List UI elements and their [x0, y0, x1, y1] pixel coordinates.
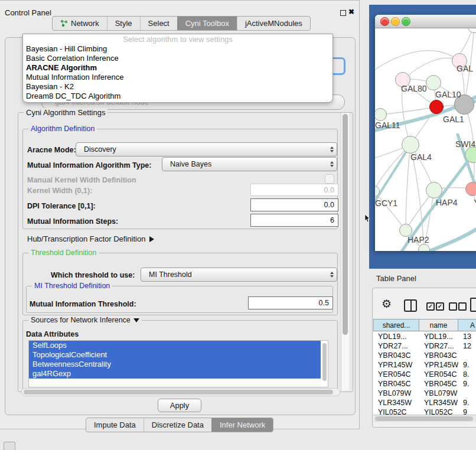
attribute-item-selected[interactable]: gal4RGexp — [29, 369, 321, 379]
algorithm-option[interactable]: Dream8 DC_TDC Algorithm — [23, 92, 332, 101]
mi-steps-label: Mutual Information Steps: — [27, 217, 118, 226]
tab-style-label: Style — [115, 19, 132, 28]
gear-icon[interactable]: ⚙ — [382, 297, 392, 311]
kernel-width-label: Kernel Width (0,1): — [27, 187, 92, 195]
mi-threshold-field[interactable]: 0.5 — [248, 296, 333, 309]
algorithm-dropdown-popup: Select algorithm to view settings Bayesi… — [22, 34, 333, 103]
columns-icon[interactable] — [404, 299, 417, 312]
tab-network-label: Network — [71, 19, 99, 28]
table-row[interactable]: YLR345WYLR345W9. — [373, 398, 476, 407]
chevron-up-down-icon — [330, 158, 334, 171]
table-row[interactable]: YBR043CYBR043C — [373, 351, 476, 360]
column-header-name[interactable]: name — [419, 319, 458, 331]
attribute-item-selected[interactable]: TopologicalCoefficient — [29, 350, 321, 360]
algorithm-definition-legend: Algorithm Definition — [28, 125, 97, 133]
tab-select-label: Select — [148, 19, 169, 28]
tab-impute-data[interactable]: Impute Data — [86, 418, 144, 432]
settings-vertical-scrollbar[interactable] — [341, 113, 349, 390]
close-icon[interactable]: ✖ — [348, 8, 354, 16]
kernel-width-field[interactable]: 0.0 — [250, 184, 338, 196]
dpi-tolerance-field[interactable]: 0.0 — [250, 198, 338, 211]
tab-impute-data-label: Impute Data — [94, 420, 136, 429]
network-node-gal10[interactable] — [426, 75, 441, 90]
tab-infer-network-label: Infer Network — [220, 420, 265, 429]
table-row[interactable]: YPR145WYPR145W9. — [373, 360, 476, 370]
network-node-gal4[interactable] — [402, 136, 419, 154]
attributes-scrollbar-thumb[interactable] — [322, 343, 327, 381]
algorithm-popup-prompt: Select algorithm to view settings — [23, 34, 332, 44]
network-window-titlebar[interactable] — [375, 15, 476, 28]
document-icon[interactable] — [470, 298, 476, 312]
algorithm-option[interactable]: Bayesian - K2 — [23, 82, 332, 92]
tab-infer-network[interactable]: Infer Network — [211, 418, 273, 432]
attribute-item-selected[interactable]: SelfLoops — [29, 341, 321, 350]
network-window: GAL GAL80 GAL10 GAL1 GAL11 SWI4 GAL4 GCY… — [375, 15, 476, 251]
table-row[interactable]: YDL19...YDL19...13 — [373, 332, 476, 341]
algorithm-option[interactable]: Basic Correlation Inference — [23, 54, 332, 63]
column-header-shared[interactable]: shared... — [373, 319, 419, 331]
table-row[interactable]: YIL052CYIL052C9 — [373, 407, 476, 415]
tab-select[interactable]: Select — [140, 17, 177, 30]
checked-checkbox-icon[interactable]: ✓ — [436, 302, 444, 311]
mi-type-combo[interactable]: Naive Bayes — [162, 157, 337, 171]
float-window-icon[interactable] — [340, 10, 346, 16]
network-tab-icon — [60, 19, 68, 27]
expanded-arrow-icon[interactable] — [133, 318, 139, 322]
threshold-definition-legend: Threshold Definition — [28, 249, 99, 257]
algorithm-option[interactable]: Mutual Information Inference — [23, 73, 332, 82]
data-attributes-label: Data Attributes — [26, 330, 79, 338]
network-canvas[interactable]: GAL GAL80 GAL10 GAL1 GAL11 SWI4 GAL4 GCY… — [375, 28, 476, 251]
table-horizontal-scrollbar-thumb[interactable] — [375, 416, 473, 421]
hub-tf-definition-label: Hub/Transcription Factor Definition — [27, 234, 145, 243]
close-traffic-light-icon[interactable] — [380, 17, 389, 26]
mi-threshold-label: Mutual Information Threshold: — [30, 300, 136, 308]
checked-checkbox-icon[interactable]: ✓ — [426, 302, 435, 311]
node-label: Y — [474, 198, 476, 207]
network-node-salmon[interactable] — [465, 182, 476, 196]
node-label: HAP4 — [436, 198, 458, 207]
tab-style[interactable]: Style — [107, 17, 140, 30]
tab-cyni-toolbox[interactable]: Cyni Toolbox — [177, 17, 237, 30]
apply-button[interactable]: Apply — [158, 399, 201, 412]
table-row[interactable]: YDR27...YDR27...12 — [373, 341, 476, 351]
hub-tf-definition-row[interactable]: Hub/Transcription Factor Definition — [27, 234, 154, 243]
table-horizontal-scrollbar[interactable] — [373, 415, 476, 422]
which-threshold-combo[interactable]: MI Threshold — [141, 268, 337, 282]
tab-jactivemnodules[interactable]: jActiveMNodules — [237, 17, 310, 30]
application-root: Control Panel ✖ Network Style Select Cyn… — [0, 0, 476, 450]
cyni-algorithm-settings-legend: Cyni Algorithm Settings — [24, 108, 107, 117]
aracne-mode-combo[interactable]: Discovery — [76, 142, 337, 156]
table-row[interactable]: YBL079WYBL079W — [373, 389, 476, 398]
collapsed-arrow-icon — [149, 236, 154, 242]
aracne-mode-label: Aracne Mode: — [27, 146, 76, 154]
node-label: GAL — [457, 64, 473, 73]
minimize-traffic-light-icon[interactable] — [391, 17, 400, 26]
zoom-traffic-light-icon[interactable] — [402, 17, 410, 26]
network-node-hap4[interactable] — [426, 182, 442, 198]
tab-discretize-data[interactable]: Discretize Data — [144, 418, 211, 432]
chevron-up-down-icon — [330, 268, 334, 281]
unchecked-checkbox-icon[interactable] — [449, 302, 457, 311]
column-header-partial[interactable]: A — [458, 319, 476, 331]
unchecked-checkbox-icon[interactable] — [458, 302, 467, 311]
settings-vertical-scrollbar-thumb[interactable] — [343, 114, 348, 335]
manual-kernel-width-checkbox[interactable] — [325, 174, 334, 184]
attribute-item-selected[interactable]: BetweennessCentrality — [29, 360, 321, 369]
mi-threshold-definition-legend: MI Threshold Definition — [32, 282, 112, 290]
chevron-up-down-icon — [330, 143, 334, 156]
dock-panel-button[interactable] — [4, 442, 15, 450]
settings-horizontal-scrollbar[interactable] — [21, 388, 340, 396]
mi-type-label: Mutual Information Algorithm Type: — [27, 161, 151, 169]
algorithm-option-selected[interactable]: ARACNE Algorithm — [23, 63, 332, 73]
node-label: GAL1 — [443, 115, 464, 124]
mi-steps-field[interactable]: 6 — [250, 214, 338, 227]
which-threshold-value: MI Threshold — [149, 270, 192, 279]
node-label: HAP2 — [407, 235, 429, 244]
algorithm-option[interactable]: Bayesian - Hill Climbing — [23, 44, 332, 54]
table-row[interactable]: YBR045CYBR045C9. — [373, 379, 476, 389]
network-node-gal1-red[interactable] — [429, 100, 444, 114]
table-row[interactable]: YER054CYER054C8. — [373, 370, 476, 379]
settings-horizontal-scrollbar-thumb[interactable] — [24, 390, 333, 394]
tab-jactivemnodules-label: jActiveMNodules — [245, 19, 302, 28]
tab-network[interactable]: Network — [53, 17, 107, 30]
